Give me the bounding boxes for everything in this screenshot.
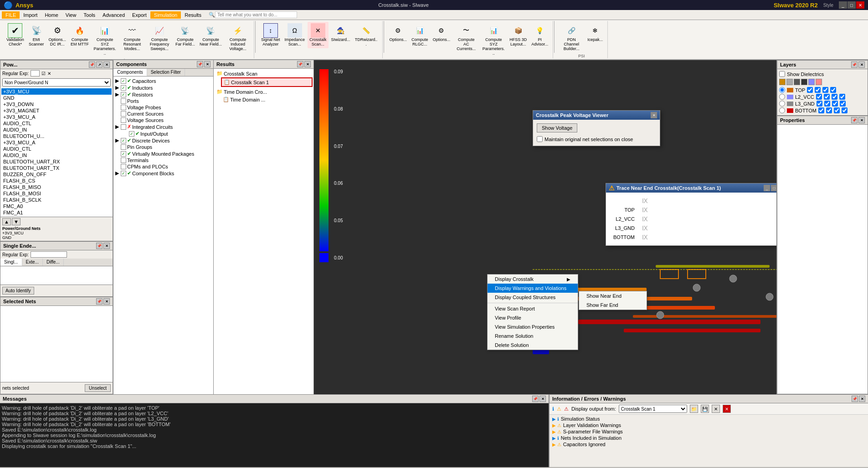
- check-terminals[interactable]: [121, 158, 126, 163]
- errors-toolbar-btn2[interactable]: 💾: [701, 405, 709, 413]
- layer-l3gnd-vis3[interactable]: [832, 101, 838, 107]
- menu-export[interactable]: Export: [128, 11, 150, 19]
- net-item-3v3magnet[interactable]: +3V3_MAGNET: [1, 107, 112, 114]
- ctx-display-coupled[interactable]: Display Coupled Structures: [488, 293, 578, 302]
- ribbon-btn-signal-net[interactable]: ↕ Signal NetAnalyzer: [259, 22, 282, 48]
- check-cpms[interactable]: [121, 164, 126, 169]
- power-footer-up-icon[interactable]: ▲: [2, 218, 11, 225]
- layer-l3gnd-vis4[interactable]: [840, 101, 846, 107]
- net-item-flash-miso[interactable]: FLASH_B_MISO: [1, 184, 112, 190]
- tree-ports[interactable]: Ports: [114, 98, 212, 104]
- layer-l3gnd-radio[interactable]: [779, 101, 785, 107]
- errors-pin[interactable]: 📌: [852, 396, 858, 402]
- layer-l2vcc-vis2[interactable]: [824, 94, 830, 100]
- net-item-audioctrl[interactable]: AUDIO_CTL: [1, 120, 112, 127]
- ribbon-btn-ac-currents[interactable]: 〜 Compute ACCurrents...: [453, 22, 479, 53]
- maximize-btn[interactable]: □: [847, 1, 856, 9]
- result-time-domain-item[interactable]: 📋 Time Domain ...: [221, 96, 313, 103]
- minimize-btn[interactable]: _: [839, 1, 847, 9]
- error-sparam[interactable]: ▶ ⚠ S-parameter File Warnings: [550, 428, 867, 435]
- tree-resistors[interactable]: ▶ ✔ Resistors: [114, 91, 212, 98]
- ribbon-btn-crosstalk[interactable]: ✕ CrosstalkScan...: [308, 22, 329, 48]
- tab-exte[interactable]: Exte...: [22, 259, 43, 266]
- layer-bottom-radio[interactable]: [779, 107, 785, 113]
- single-ended-close[interactable]: ✕: [103, 243, 110, 249]
- check-capacitors[interactable]: [121, 78, 126, 84]
- tree-capacitors[interactable]: ▶ ✔ Capacitors: [114, 77, 212, 84]
- messages-header[interactable]: Messages 📌 ✕: [0, 395, 549, 403]
- errors-panel-header[interactable]: Information / Errors / Warnings 📌 ✕: [550, 395, 868, 403]
- result-crosstalk-scan-folder[interactable]: 📁 Crosstalk Scan: [215, 70, 313, 77]
- check-comp-blocks[interactable]: [121, 171, 126, 176]
- net-item-3v3mcua[interactable]: +3V3_MCU_A: [1, 114, 112, 120]
- tree-terminals[interactable]: Terminals: [114, 157, 212, 163]
- single-ended-header[interactable]: Single Ende... 📌 ✕: [0, 242, 113, 250]
- selected-nets-header[interactable]: Selected Nets 📌 ✕: [0, 297, 113, 306]
- check-inductors[interactable]: [121, 85, 126, 91]
- ribbon-btn-em-mttf[interactable]: 🔥 ComputeEM MTTF: [69, 22, 91, 48]
- layer-l2vcc-vis1[interactable]: [816, 94, 822, 100]
- net-item-bt-uart-tx[interactable]: BLUETOOTH_UART_TX: [1, 165, 112, 171]
- power-panel-header[interactable]: Pow... 📌 ↗ ✕: [0, 61, 113, 69]
- error-sim-status[interactable]: ▶ ℹ Simulation Status: [550, 416, 867, 422]
- selected-nets-close[interactable]: ✕: [103, 298, 110, 305]
- layers-pin[interactable]: 📌: [851, 61, 858, 68]
- power-regex-x[interactable]: ✕: [47, 71, 51, 76]
- net-item-gnd[interactable]: GND: [1, 95, 112, 101]
- layer-bottom-vis1[interactable]: [818, 107, 824, 113]
- ribbon-btn-freq-sweep[interactable]: 📈 ComputeFrequency Sweeps...: [146, 22, 173, 53]
- selected-nets-pin[interactable]: 📌: [96, 298, 103, 305]
- menu-file[interactable]: FILE: [2, 11, 20, 19]
- ribbon-btn-resonant[interactable]: 〰 ComputeResonant Modes...: [119, 22, 145, 53]
- check-pin-groups[interactable]: [121, 144, 126, 150]
- ctx-view-scan-report[interactable]: View Scan Report: [488, 304, 578, 313]
- results-panel-header[interactable]: Results 📌 ✕: [214, 60, 313, 69]
- layer-l2vcc-radio[interactable]: [779, 94, 785, 100]
- show-dielectrics-checkbox[interactable]: [779, 71, 785, 77]
- menu-simulation[interactable]: Simulation: [150, 11, 181, 19]
- ribbon-btn-siwizard[interactable]: 🧙 SIwizard...: [329, 22, 352, 44]
- ribbon-btn-options-psi[interactable]: ⚙ Options...: [431, 22, 452, 44]
- net-item-flash-cs[interactable]: FLASH_B_CS: [1, 178, 112, 184]
- layer-l2vcc-vis4[interactable]: [839, 94, 845, 100]
- power-footer-down-icon[interactable]: ▼: [12, 218, 21, 225]
- ribbon-btn-syz-cpa[interactable]: 📊 Compute SYZParameters...: [480, 22, 507, 57]
- net-item-flash-mosi[interactable]: FLASH_B_MOSI: [1, 190, 112, 197]
- net-item-audioctrl2[interactable]: AUDIO_CTL: [1, 146, 112, 152]
- net-item-bluetooth[interactable]: BLUETOOTH_U...: [1, 133, 112, 139]
- menu-advanced[interactable]: Advanced: [99, 11, 128, 19]
- errors-toolbar-btn4[interactable]: ✕: [723, 405, 731, 413]
- net-item-audioin2[interactable]: AUDIO_IN: [1, 152, 112, 158]
- result-crosstalk-scan-1[interactable]: 📋 Crosstalk Scan 1: [221, 77, 313, 87]
- power-panel-pin[interactable]: 📌: [89, 61, 95, 68]
- layer-top-vis1[interactable]: [807, 87, 813, 93]
- trace-near-end-minimize-btn[interactable]: _: [764, 185, 770, 191]
- ribbon-btn-options-cpa[interactable]: ⚙ Options...: [388, 22, 409, 44]
- messages-panel[interactable]: Warning: drill hole of padstack 'Di_2' w…: [0, 403, 549, 467]
- results-close[interactable]: ✕: [304, 61, 311, 67]
- menu-results[interactable]: Results: [181, 11, 205, 19]
- power-regex-check[interactable]: ☑: [41, 71, 46, 76]
- menu-home[interactable]: Home: [41, 11, 62, 19]
- net-item-fmc-a1[interactable]: FMC_A1: [1, 209, 112, 216]
- layer-bottom-vis2[interactable]: [826, 107, 832, 113]
- error-layer-validation[interactable]: ▶ ⚠ Layer Validation Warnings: [550, 422, 867, 428]
- ribbon-btn-options-dc[interactable]: ⚙ Options...DC IR...: [46, 22, 68, 48]
- check-ic[interactable]: [121, 124, 126, 130]
- layer-l3gnd-vis1[interactable]: [817, 101, 822, 107]
- net-item-fmc-a0[interactable]: FMC_A0: [1, 203, 112, 209]
- tab-singl[interactable]: Singl...: [0, 259, 22, 266]
- check-current-sources[interactable]: [121, 111, 126, 117]
- trace-near-end-restore-btn[interactable]: □: [771, 185, 777, 191]
- check-voltage-sources[interactable]: [121, 117, 126, 123]
- ribbon-btn-rlgc[interactable]: 📊 ComputeRLGC...: [410, 22, 430, 48]
- ctx-delete[interactable]: Delete Solution: [488, 341, 578, 350]
- ctx-rename[interactable]: Rename Solution: [488, 331, 578, 341]
- close-btn[interactable]: ✕: [856, 1, 864, 9]
- single-ended-pin[interactable]: 📌: [96, 243, 103, 249]
- layer-bottom-vis3[interactable]: [834, 107, 840, 113]
- components-panel-header[interactable]: Components 📌 ✕: [113, 60, 213, 69]
- menu-tools[interactable]: Tools: [80, 11, 99, 19]
- ribbon-btn-syz[interactable]: 📊 Compute SYZParameters...: [92, 22, 118, 57]
- single-ended-regex-input[interactable]: [31, 251, 67, 258]
